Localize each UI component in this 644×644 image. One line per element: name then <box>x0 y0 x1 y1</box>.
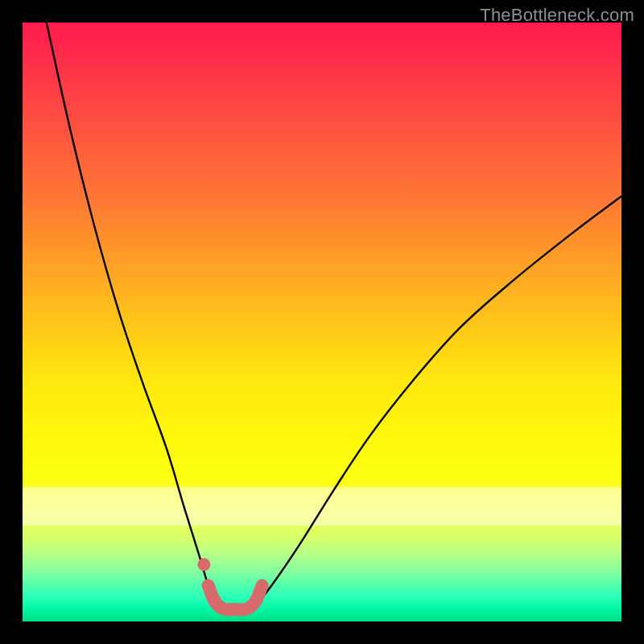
right-curve-line <box>250 196 621 607</box>
chart-plot-svg <box>23 23 621 621</box>
left-curve-line <box>47 23 221 606</box>
dot-marker <box>197 558 210 571</box>
valley-marker-stroke <box>208 585 262 609</box>
chart-frame <box>23 23 621 621</box>
